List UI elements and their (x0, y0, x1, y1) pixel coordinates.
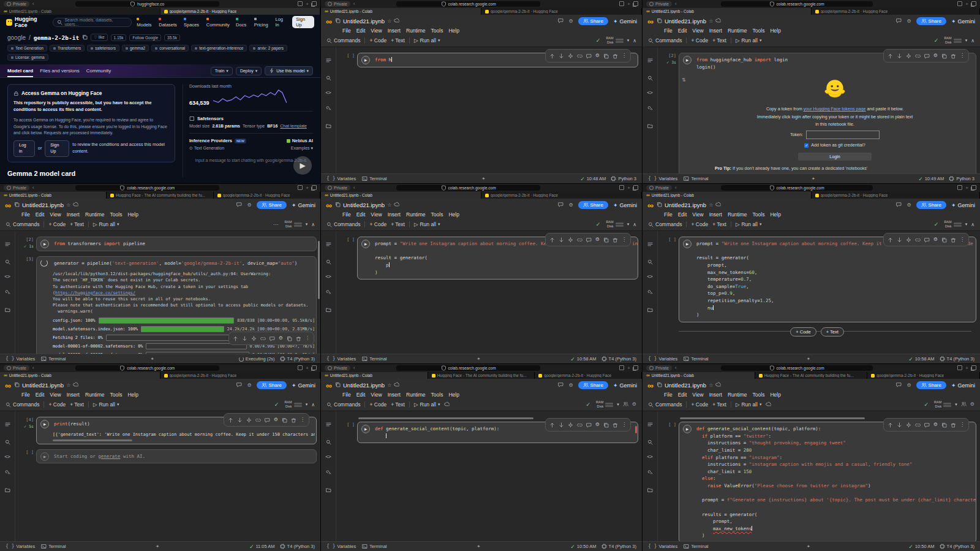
more-actions-icon[interactable]: ⋮ (960, 422, 965, 427)
add-code-button[interactable]: + Code (369, 221, 386, 227)
find-replace-icon[interactable] (326, 72, 331, 83)
tab-overview-icon[interactable] (971, 365, 976, 371)
files-folder-icon[interactable] (326, 304, 331, 315)
delete-cell-icon[interactable] (291, 414, 296, 425)
cloud-upload-icon[interactable] (444, 401, 450, 408)
commands-button[interactable]: Commands (6, 401, 39, 408)
browser-tab[interactable]: Hugging Face - The AI community building… (428, 372, 535, 379)
move-cell-down-icon[interactable] (897, 50, 902, 61)
more-actions-icon[interactable]: ⋮ (300, 417, 305, 422)
new-tab-button[interactable]: + (306, 2, 309, 7)
share-page-icon[interactable] (298, 1, 303, 7)
table-of-contents-icon[interactable] (647, 419, 653, 430)
chat-template-link[interactable]: Chat template (280, 124, 307, 128)
nav-item-spaces[interactable]: Spaces (184, 17, 201, 28)
provider-name[interactable]: Nebius AI (287, 138, 313, 143)
menu-item-help[interactable]: Help (770, 28, 780, 34)
menu-item-insert[interactable]: Insert (709, 28, 722, 34)
secrets-key-icon[interactable] (647, 102, 653, 113)
files-folder-icon[interactable] (5, 484, 10, 495)
gemini-button[interactable]: ✦Gemini (613, 382, 637, 389)
code-cell[interactable]: ▶def generate_social_content(topic, plat… (679, 422, 976, 541)
menu-item-edit[interactable]: Edit (356, 392, 366, 398)
delete-cell-icon[interactable] (951, 234, 956, 245)
code-snippets-icon[interactable]: <> (4, 274, 10, 279)
gemini-cell-icon[interactable] (246, 414, 252, 425)
terminal-button[interactable]: Terminal (362, 356, 386, 362)
runtime-type-button[interactable]: T4 (Python 3) (601, 356, 636, 362)
model-tag[interactable]: safetensors (87, 45, 119, 51)
find-replace-icon[interactable] (647, 256, 653, 267)
browser-tab[interactable]: ∞Untitled21.ipynb - Colab (643, 8, 812, 15)
terminal-button[interactable]: Terminal (41, 544, 66, 549)
copy-link-icon[interactable] (915, 419, 921, 430)
runtime-type-button[interactable]: T4 (Python 3) (280, 544, 315, 549)
menu-item-insert[interactable]: Insert (388, 28, 401, 34)
address-bar[interactable]: colab.research.google.com (721, 365, 873, 371)
commands-button[interactable]: Commands (326, 37, 360, 44)
copy-cell-icon[interactable] (941, 50, 947, 61)
menu-item-edit[interactable]: Edit (678, 28, 687, 34)
share-button[interactable]: Share (578, 381, 608, 389)
hf-login-link[interactable]: Log In (276, 17, 287, 28)
new-tab-button[interactable]: + (306, 186, 309, 191)
menu-item-edit[interactable]: Edit (678, 211, 687, 218)
share-button[interactable]: Share (916, 201, 946, 209)
tab-overview-icon[interactable] (633, 365, 638, 371)
star-icon[interactable]: ☆ (709, 383, 713, 388)
add-code-button[interactable]: + Code (369, 37, 386, 44)
run-all-button[interactable]: ▷Run all▾ (414, 37, 440, 44)
menu-item-tools[interactable]: Tools (753, 28, 765, 34)
move-cell-up-icon[interactable] (888, 419, 893, 430)
copy-cell-icon[interactable] (603, 50, 609, 61)
share-page-icon[interactable] (619, 185, 624, 191)
runtime-dropdown-caret[interactable]: ▾ (627, 222, 630, 227)
gemini-cell-icon[interactable] (251, 333, 257, 344)
cell-settings-gear-icon[interactable]: ⚙ (933, 237, 938, 242)
delete-cell-icon[interactable] (296, 333, 301, 344)
run-all-button[interactable]: ▷Run all▾ (736, 221, 762, 227)
browser-back-button[interactable]: ‹ (32, 185, 34, 191)
cell-code-editor[interactable]: prompt = "Write one Instagram caption ab… (695, 237, 976, 322)
model-page-link[interactable]: Gemma (36, 182, 52, 183)
resource-monitor[interactable]: RAMDisk (942, 36, 961, 44)
code-cell[interactable]: ▶from huggingface_hub import loginlogin(… (679, 53, 976, 173)
resource-monitor[interactable]: RAMDisk (282, 220, 301, 228)
share-page-icon[interactable] (619, 365, 624, 371)
add-text-button[interactable]: + Text (70, 221, 84, 227)
resource-monitor[interactable]: RAMDisk (604, 36, 623, 44)
commands-button[interactable]: Commands (326, 221, 360, 227)
new-tab-button[interactable]: + (965, 186, 968, 191)
comment-icon[interactable] (896, 382, 902, 389)
more-actions-icon[interactable]: ⋮ (622, 422, 627, 427)
table-of-contents-icon[interactable] (326, 238, 331, 249)
comment-icon[interactable] (896, 18, 902, 25)
delete-cell-icon[interactable] (612, 419, 618, 430)
variables-button[interactable]: { }Variables (326, 176, 356, 181)
collapse-toolbar-icon[interactable]: ∧ (633, 222, 636, 227)
add-comment-icon[interactable] (924, 50, 930, 61)
collapse-toolbar-icon[interactable]: ∧ (971, 222, 974, 227)
browser-tab[interactable]: google/gemma-2-2b-it · Hugging Face (481, 192, 642, 199)
find-replace-icon[interactable] (326, 256, 331, 267)
browser-tab[interactable]: google/gemma-2-2b-it · Hugging Face (160, 8, 321, 15)
add-code-button[interactable]: + Code (691, 37, 708, 44)
table-of-contents-icon[interactable] (5, 419, 10, 430)
runtime-type-button[interactable]: T4 (Python 3) (940, 544, 974, 549)
share-button[interactable]: Share (916, 17, 946, 25)
model-tag[interactable]: arxiv: 2 papers (249, 45, 287, 51)
code-snippets-icon[interactable]: <> (325, 454, 331, 460)
output-scroll-toggle-icon[interactable]: ⇅ (682, 77, 686, 83)
cell-settings-gear-icon[interactable]: ⚙ (279, 336, 283, 341)
runtime-dropdown-caret[interactable]: ▾ (627, 38, 630, 43)
statusbar-spark-icon[interactable]: ✦ (156, 544, 159, 549)
statusbar-spark-icon[interactable]: ✦ (807, 544, 810, 549)
share-button[interactable]: Share (916, 381, 946, 389)
model-tag[interactable]: gemma2 (122, 45, 149, 51)
address-bar[interactable]: colab.research.google.com (75, 185, 219, 191)
more-actions-icon[interactable]: ⋮ (622, 53, 627, 58)
menu-item-runtime[interactable]: Runtime (85, 211, 105, 218)
tab-overview-icon[interactable] (312, 365, 317, 371)
address-bar[interactable]: colab.research.google.com (396, 1, 541, 7)
run-cell-button[interactable]: ▶ (40, 240, 49, 248)
